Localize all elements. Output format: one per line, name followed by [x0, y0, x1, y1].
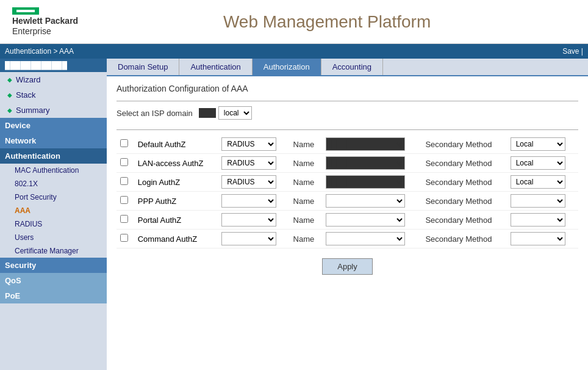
sidebar-label-cert-manager: Certificate Manager	[15, 247, 79, 255]
tab-accounting[interactable]: Accounting	[321, 59, 383, 75]
breadcrumb: Authentication > AAA	[5, 47, 74, 56]
content-body: Authorization Configuration of AAA Selec…	[107, 76, 588, 282]
isp-domain-select-wrapper: local	[199, 106, 252, 120]
sidebar-label-port-security: Port Security	[15, 193, 57, 201]
table-row: Login AuthZ RADIUSLocal Name ███	[117, 173, 578, 192]
sidebar-item-802-1x[interactable]: 802.1X	[0, 177, 107, 190]
table-row: Default AuthZ RADIUSLocalNone Name ███	[117, 135, 578, 154]
sidebar-item-port-security[interactable]: Port Security	[0, 190, 107, 204]
portal-authz-checkbox[interactable]	[120, 215, 128, 223]
isp-domain-black-box	[199, 108, 216, 118]
login-authz-checkbox[interactable]	[120, 177, 128, 185]
divider	[117, 101, 578, 101]
default-authz-name-label: Name	[293, 140, 315, 149]
login-authz-method-select[interactable]: RADIUSLocal	[221, 175, 276, 189]
divider2	[117, 129, 578, 130]
command-secondary-select[interactable]: Local	[511, 232, 565, 245]
content-area: Domain Setup Authentication Authorizatio…	[107, 59, 588, 370]
table-row: PPP AuthZ RADIUSLocal Name Seco	[117, 192, 578, 211]
ppp-authz-method-select[interactable]: RADIUSLocal	[221, 194, 276, 208]
sidebar-label-poe: PoE	[5, 291, 20, 300]
header: Hewlett Packard Enterprise Web Managemen…	[0, 0, 588, 44]
login-secondary-select[interactable]: LocalNone	[511, 175, 565, 189]
default-authz-method-select[interactable]: RADIUSLocalNone	[221, 137, 276, 151]
diamond-icon: ◆	[7, 76, 12, 83]
tab-bar: Domain Setup Authentication Authorizatio…	[107, 59, 588, 76]
ppp-authz-label: PPP AuthZ	[138, 197, 176, 206]
sidebar-item-network[interactable]: Network	[0, 133, 107, 148]
sidebar-item-summary[interactable]: ◆ Summary	[0, 103, 107, 118]
command-name-select[interactable]	[326, 232, 405, 245]
lan-access-authz-method-select[interactable]: RADIUSLocal	[221, 156, 276, 170]
diamond-icon: ◆	[7, 92, 12, 98]
logo: Hewlett Packard Enterprise	[12, 7, 78, 37]
command-authz-method-select[interactable]: RADIUS	[221, 232, 276, 245]
tab-authentication[interactable]: Authentication	[179, 59, 252, 75]
portal-authz-label: Portal AuthZ	[138, 216, 182, 225]
login-name-select[interactable]: ███	[326, 175, 405, 189]
save-link[interactable]: Save |	[562, 47, 583, 56]
sidebar-label-users: Users	[15, 233, 34, 242]
sidebar-item-poe[interactable]: PoE	[0, 288, 107, 303]
sidebar-label-radius: RADIUS	[15, 220, 42, 228]
main-layout: ████████████ ◆ Wizard ◆ Stack ◆ Summary …	[0, 59, 588, 370]
tab-authorization[interactable]: Authorization	[253, 59, 321, 75]
breadcrumb-bar: Authentication > AAA Save |	[0, 44, 588, 59]
sidebar-item-aaa[interactable]: AAA	[0, 204, 107, 217]
sidebar-item-authentication[interactable]: Authentication	[0, 148, 107, 164]
apply-button[interactable]: Apply	[322, 258, 373, 275]
default-authz-secondary-select[interactable]: LocalNone	[511, 137, 565, 151]
lan-access-secondary-select[interactable]: LocalNone	[511, 156, 565, 170]
portal-name-label: Name	[293, 216, 315, 225]
sidebar-label-security: Security	[5, 261, 36, 270]
sidebar-item-radius[interactable]: RADIUS	[0, 217, 107, 231]
isp-domain-select[interactable]: local	[218, 106, 252, 120]
portal-secondary-label: Secondary Method	[425, 216, 492, 225]
lan-access-authz-checkbox[interactable]	[120, 158, 128, 166]
portal-secondary-select[interactable]: Local	[511, 213, 565, 227]
portal-name-select[interactable]	[326, 213, 405, 227]
ppp-name-label: Name	[293, 197, 315, 206]
isp-domain-row: Select an ISP domain local	[117, 106, 578, 120]
default-authz-secondary-label: Secondary Method	[425, 140, 492, 149]
portal-authz-method-select[interactable]: RADIUS	[221, 213, 276, 227]
sidebar: ████████████ ◆ Wizard ◆ Stack ◆ Summary …	[0, 59, 107, 370]
default-authz-checkbox[interactable]	[120, 139, 128, 147]
sidebar-item-stack[interactable]: ◆ Stack	[0, 87, 107, 103]
default-authz-name-select[interactable]: ███	[326, 137, 405, 151]
logo-text: Hewlett Packard Enterprise	[12, 16, 78, 37]
sidebar-label-stack: Stack	[16, 90, 36, 100]
sidebar-item-qos[interactable]: QoS	[0, 273, 107, 288]
lan-access-name-label: Name	[293, 159, 315, 168]
sidebar-item-cert-manager[interactable]: Certificate Manager	[0, 244, 107, 258]
lan-access-secondary-label: Secondary Method	[425, 159, 492, 168]
lan-access-name-select[interactable]: ███	[326, 156, 405, 170]
ppp-secondary-label: Secondary Method	[425, 197, 492, 206]
diamond-icon: ◆	[7, 107, 12, 114]
sidebar-item-users[interactable]: Users	[0, 231, 107, 244]
device-name: ████████████	[0, 59, 107, 72]
sidebar-label-aaa: AAA	[15, 206, 30, 215]
sidebar-item-device[interactable]: Device	[0, 118, 107, 133]
sidebar-item-mac-auth[interactable]: MAC Authentication	[0, 164, 107, 177]
sidebar-item-security[interactable]: Security	[0, 258, 107, 273]
sidebar-label-wizard: Wizard	[16, 75, 40, 84]
table-row: LAN-access AuthZ RADIUSLocal Name ███	[117, 154, 578, 173]
sidebar-item-wizard[interactable]: ◆ Wizard	[0, 72, 107, 87]
page-title: Web Management Platform	[78, 12, 576, 32]
ppp-name-select[interactable]	[326, 194, 405, 208]
sidebar-label-summary: Summary	[16, 106, 50, 115]
command-secondary-label: Secondary Method	[425, 234, 492, 244]
apply-row: Apply	[117, 258, 578, 275]
tab-domain-setup[interactable]: Domain Setup	[107, 59, 179, 75]
ppp-authz-checkbox[interactable]	[120, 196, 128, 204]
command-authz-checkbox[interactable]	[120, 234, 128, 242]
sidebar-label-device: Device	[5, 121, 30, 130]
ppp-secondary-select[interactable]: Local	[511, 194, 565, 208]
authz-table: Default AuthZ RADIUSLocalNone Name ███	[117, 135, 578, 248]
table-row: Portal AuthZ RADIUS Name Second	[117, 211, 578, 230]
section-title: Authorization Configuration of AAA	[117, 84, 578, 93]
command-name-label: Name	[293, 234, 315, 244]
command-authz-label: Command AuthZ	[138, 234, 198, 244]
sidebar-label-network: Network	[5, 136, 36, 145]
